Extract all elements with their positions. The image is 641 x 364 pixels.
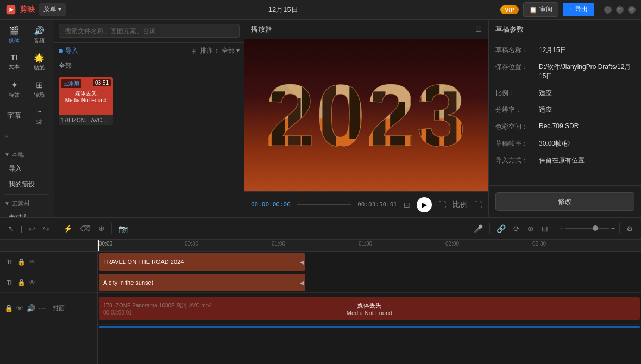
zoom-out-button[interactable]: − (560, 225, 563, 233)
tab-subtitle[interactable]: 字幕 (2, 103, 26, 129)
text2-lock-icon[interactable]: 🔒 (17, 279, 26, 286)
all-filter-button[interactable]: 全部 ▾ (222, 46, 240, 55)
tl-mosaic-button[interactable]: ⊟ (539, 222, 550, 235)
menu-button[interactable]: 菜单 ▾ (39, 3, 66, 16)
player-menu-icon[interactable]: ☰ (476, 26, 482, 33)
sort-button[interactable]: 排序 ↕ (200, 46, 218, 55)
params-footer: 修改 (489, 185, 641, 217)
grid-view-icon[interactable]: ⊞ (191, 47, 197, 55)
ruler-mark-0: 00:00 (98, 241, 112, 247)
export-button[interactable]: ↑ 导出 (563, 3, 594, 16)
ruler-marks-container: 00:00 00:30 01:00 01:30 02:00 (98, 240, 641, 251)
params-header: 草稿参数 (489, 20, 641, 39)
tab-sticker[interactable]: 🌟 贴纸 (27, 49, 51, 75)
tl-divider-5 (619, 223, 620, 234)
text2-eye-icon[interactable]: 👁 (29, 279, 35, 286)
tl-microphone-button[interactable]: 🎤 (472, 222, 485, 235)
tl-align-button[interactable]: ⊕ (525, 222, 536, 235)
clip-handle-right-text2[interactable]: ◀ (300, 280, 304, 286)
main-audio-icon[interactable]: 🔊 (27, 304, 35, 312)
main-lock-icon[interactable]: 🔒 (4, 304, 13, 312)
tl-zoom-bar[interactable] (565, 228, 609, 229)
logo-icon (5, 4, 16, 15)
tl-zoom-thumb (593, 225, 598, 231)
player-ratio-label[interactable]: 比例 (453, 200, 468, 210)
main-eye-icon[interactable]: 👁 (16, 304, 23, 312)
minimize-button[interactable]: — (604, 6, 612, 14)
maximize-button[interactable]: □ (616, 6, 624, 14)
media-item[interactable]: 已添加 03:51 媒体丢失 Media Not Found 178-IZON.… (59, 77, 113, 125)
tab-text-label: 文本 (9, 63, 20, 71)
tab-transition[interactable]: ⊞ 转场 (27, 76, 51, 102)
text1-lock-icon[interactable]: 🔒 (17, 258, 26, 266)
sidebar-item-preset[interactable]: 我的预设 (2, 177, 52, 192)
tab-text[interactable]: TI 文本 (2, 49, 26, 75)
timeline-ruler[interactable]: 00:00 00:30 01:00 01:30 02:00 (98, 240, 641, 252)
player-title: 播放器 (251, 24, 272, 34)
timeline-section: ↖ | ↩ ↪ ⚡ ⌫ ❄ 📷 🎤 🔗 ⟳ ⊕ ⊟ − + (0, 217, 641, 364)
tl-freeze-button[interactable]: ❄ (96, 222, 107, 235)
logo-text: 剪映 (20, 5, 35, 15)
tab-filter[interactable]: ~ 滤 (27, 103, 51, 129)
sidebar-item-import[interactable]: 导入 (2, 161, 52, 177)
main-more-icon[interactable]: ⋯ (39, 305, 45, 312)
tab-media[interactable]: 🎬 媒体 (2, 22, 26, 48)
param-value-ratio: 适应 (539, 89, 634, 98)
param-row-framerate: 草稿帧率： 30.00帧/秒 (495, 139, 634, 148)
media-item-thumbnail: 已添加 03:51 媒体丢失 Media Not Found (59, 77, 113, 115)
media-all-label: 全部 (54, 59, 244, 73)
tl-delete-button[interactable]: ⌫ (78, 222, 93, 235)
player-controls: 00:00:00:00 00:03:50:01 ⊟ ▶ ⛶ 比例 ⛶ (244, 191, 488, 217)
tab-audio[interactable]: 🔊 音频 (27, 22, 51, 48)
param-value-location: D:/软件/JianyingPro Drafts/12月15日 (539, 62, 634, 81)
panels-wrapper: 🎬 媒体 🔊 音频 TI 文本 🌟 贴纸 ✦ 特效 (0, 20, 641, 364)
param-label-resolution: 分辨率： (495, 105, 539, 115)
tl-settings-button[interactable]: ⚙ (624, 222, 636, 235)
modify-button[interactable]: 修改 (495, 192, 634, 211)
timeline-toolbar: ↖ | ↩ ↪ ⚡ ⌫ ❄ 📷 🎤 🔗 ⟳ ⊕ ⊟ − + (0, 218, 641, 240)
left-tools: 🎬 媒体 🔊 音频 TI 文本 🌟 贴纸 ✦ 特效 (0, 20, 54, 217)
tab-effects[interactable]: ✦ 特效 (2, 76, 26, 102)
params-title: 草稿参数 (495, 24, 524, 34)
tl-select-tool[interactable]: ↖ (5, 222, 16, 235)
media-toolbar-right: ⊞ 排序 ↕ 全部 ▾ (191, 46, 240, 55)
player-timeline[interactable] (297, 204, 351, 205)
tl-zoom-control: − + (560, 225, 615, 233)
param-row-import: 导入方式： 保留在原有位置 (495, 156, 634, 165)
play-button[interactable]: ▶ (417, 197, 432, 212)
import-button[interactable]: 导入 (59, 46, 78, 55)
sticker-icon: 🌟 (34, 53, 45, 63)
tl-redo-button[interactable]: ↪ (41, 222, 52, 235)
track-clip-text1[interactable]: TRAVEL ON THE ROAD 2024 ◀ (99, 253, 305, 271)
player-panel: 播放器 ☰ (244, 20, 489, 217)
search-input[interactable] (59, 24, 240, 38)
cover-label: 封面 (48, 304, 69, 312)
text-icon: TI (11, 53, 17, 62)
tab-audio-label: 音频 (34, 37, 45, 45)
tab-sticker-label: 贴纸 (34, 64, 45, 72)
clip-handle-right-text1[interactable]: ◀ (300, 259, 304, 265)
player-grid-icon[interactable]: ⊟ (404, 200, 410, 209)
cloud-arrow-icon: ▼ (4, 200, 10, 206)
text1-eye-icon[interactable]: 👁 (29, 258, 35, 266)
sidebar-item-library[interactable]: 素材库 (2, 210, 52, 217)
tl-magnet-button[interactable]: 🔗 (494, 222, 508, 235)
player-crop-icon[interactable]: ⛶ (438, 200, 446, 209)
tl-split-button[interactable]: ⚡ (61, 222, 74, 235)
review-button[interactable]: 📋 审阅 (523, 2, 558, 17)
tl-screenshot-button[interactable]: 📷 (116, 222, 130, 235)
close-button[interactable]: ✕ (628, 6, 636, 14)
tab-media-label: 媒体 (9, 37, 20, 45)
audio-track-row (98, 324, 641, 329)
player-video-frame: 2023 (244, 39, 488, 191)
params-list: 草稿名称： 12月15日 保存位置： D:/软件/JianyingPro Dra… (489, 39, 641, 185)
track-clip-text2[interactable]: A city in the sunset ◀ (99, 274, 305, 291)
track-clip-main[interactable]: 178-IZONE Panorama-1080P 高清-AVC.mp4 00:0… (99, 297, 640, 320)
tool-tabs: 🎬 媒体 🔊 音频 TI 文本 🌟 贴纸 ✦ 特效 (0, 20, 54, 145)
tl-loop-button[interactable]: ⟳ (511, 222, 522, 235)
zoom-in-button[interactable]: + (611, 225, 615, 233)
more-tabs-button[interactable]: » (2, 130, 10, 142)
player-fullscreen-icon[interactable]: ⛶ (474, 200, 482, 209)
ruler-header-space (0, 240, 97, 252)
tl-undo-button[interactable]: ↩ (27, 222, 37, 235)
